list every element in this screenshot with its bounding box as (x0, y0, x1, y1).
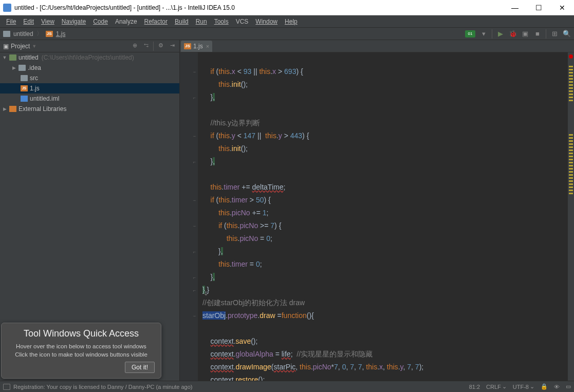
line-separator[interactable]: CRLF ⌄ (486, 383, 507, 390)
quick-access-tooltip: Tool Windows Quick Access Hover over the… (1, 323, 161, 379)
scroll-from-source-icon[interactable]: ⊕ (131, 42, 139, 50)
app-icon (3, 4, 11, 12)
menu-window[interactable]: Window (252, 17, 281, 26)
hide-icon[interactable]: ⇥ (168, 42, 176, 50)
gear-icon[interactable]: ⚙ (157, 42, 165, 50)
menu-tools[interactable]: Tools (211, 17, 232, 26)
lock-icon[interactable]: 🔒 (541, 383, 548, 390)
menu-edit[interactable]: Edit (20, 17, 37, 26)
got-it-button[interactable]: Got it! (125, 362, 155, 373)
search-icon[interactable]: 🔍 (563, 30, 571, 38)
js-file-icon: JS (46, 31, 53, 37)
folder-icon (3, 31, 10, 37)
tree-root[interactable]: ▼ untitled (C:\Users\ht\IdeaProjects\unt… (0, 52, 179, 63)
binary-badge-icon[interactable]: 01 (465, 30, 475, 38)
menu-file[interactable]: File (3, 17, 19, 26)
tree-src-folder[interactable]: src (0, 73, 179, 83)
inspector-icon[interactable]: 👁 (554, 384, 560, 390)
breadcrumb-project[interactable]: untitled (13, 30, 33, 38)
code-editor[interactable]: if (this.x < 93 || this.x > 693) { this.… (198, 52, 568, 381)
menu-navigate[interactable]: Navigate (59, 17, 89, 26)
js-file-icon: JS (184, 43, 191, 49)
dropdown-config[interactable]: ▾ (479, 30, 488, 38)
project-title[interactable]: Project (11, 43, 30, 50)
tree-idea-folder[interactable]: ▶ .idea (0, 63, 179, 73)
menubar: File Edit View Navigate Code Analyze Ref… (0, 15, 574, 28)
structure-icon[interactable]: ⊞ (550, 30, 559, 38)
folder-icon (18, 65, 26, 71)
dropdown-icon[interactable]: ▼ (32, 44, 36, 49)
editor-area: JS 1.js × − ⌐ − ⌐ − − ⌐ (180, 40, 574, 381)
statusbar: Registration: Your copy is licensed to D… (0, 381, 574, 392)
navigation-bar: untitled 〉 JS 1.js 01 ▾ ▶ 🐞 ▣ ■ ⊞ 🔍 (0, 28, 574, 40)
editor-gutter[interactable]: − ⌐ − ⌐ − − ⌐ ⌐ ⌐ − (180, 52, 198, 381)
file-encoding[interactable]: UTF-8 ⌄ (513, 383, 534, 390)
window-title: untitled - [C:/Users/ht/IdeaProjects/unt… (14, 4, 503, 11)
collapse-all-icon[interactable]: ⥃ (142, 42, 150, 50)
tooltip-title: Tool Windows Quick Access (8, 328, 155, 339)
project-sidebar: ▣ Project ▼ ⊕ ⥃ ⚙ ⇥ ▼ untitled (C:\Users… (0, 40, 180, 381)
error-marker-icon[interactable] (569, 54, 573, 59)
menu-help[interactable]: Help (282, 17, 301, 26)
tree-file-iml[interactable]: untitled.iml (0, 94, 179, 104)
run-icon[interactable]: ▶ (496, 30, 505, 38)
js-file-icon: JS (21, 85, 28, 91)
editor-tabs: JS 1.js × (180, 40, 574, 52)
breadcrumb-file[interactable]: 1.js (56, 30, 66, 38)
close-button[interactable]: ✕ (550, 0, 574, 15)
project-view-icon: ▣ (3, 43, 9, 50)
library-icon (9, 106, 16, 112)
tree-external-libraries[interactable]: ▶ External Libraries (0, 104, 179, 114)
tooltip-body: Hover over the icon below to access tool… (8, 342, 155, 359)
menu-build[interactable]: Build (172, 17, 192, 26)
debug-icon[interactable]: 🐞 (509, 30, 517, 38)
status-message: Registration: Your copy is licensed to D… (13, 384, 193, 390)
coverage-icon[interactable]: ▣ (521, 30, 529, 38)
project-tool-header: ▣ Project ▼ ⊕ ⥃ ⚙ ⇥ (0, 40, 179, 52)
menu-analyze[interactable]: Analyze (112, 17, 140, 26)
caret-position[interactable]: 81:2 (469, 384, 480, 390)
window-titlebar: untitled - [C:/Users/ht/IdeaProjects/unt… (0, 0, 574, 15)
tab-label: 1.js (193, 43, 203, 50)
menu-view[interactable]: View (38, 17, 58, 26)
tree-file-1js[interactable]: JS 1.js (0, 83, 179, 94)
tab-1js[interactable]: JS 1.js × (181, 41, 212, 52)
menu-refactor[interactable]: Refactor (141, 17, 171, 26)
module-folder-icon (9, 54, 16, 61)
minimize-button[interactable]: — (503, 0, 527, 15)
close-icon[interactable]: × (206, 43, 209, 49)
menu-code[interactable]: Code (90, 17, 111, 26)
notifications-icon[interactable]: ▭ (566, 383, 571, 390)
iml-file-icon (21, 96, 28, 102)
tool-window-toggle-icon[interactable] (3, 384, 10, 390)
stop-icon[interactable]: ■ (533, 30, 542, 38)
folder-icon (21, 75, 28, 81)
menu-run[interactable]: Run (193, 17, 210, 26)
maximize-button[interactable]: ☐ (527, 0, 550, 15)
menu-vcs[interactable]: VCS (233, 17, 252, 26)
error-stripe[interactable] (568, 52, 574, 381)
